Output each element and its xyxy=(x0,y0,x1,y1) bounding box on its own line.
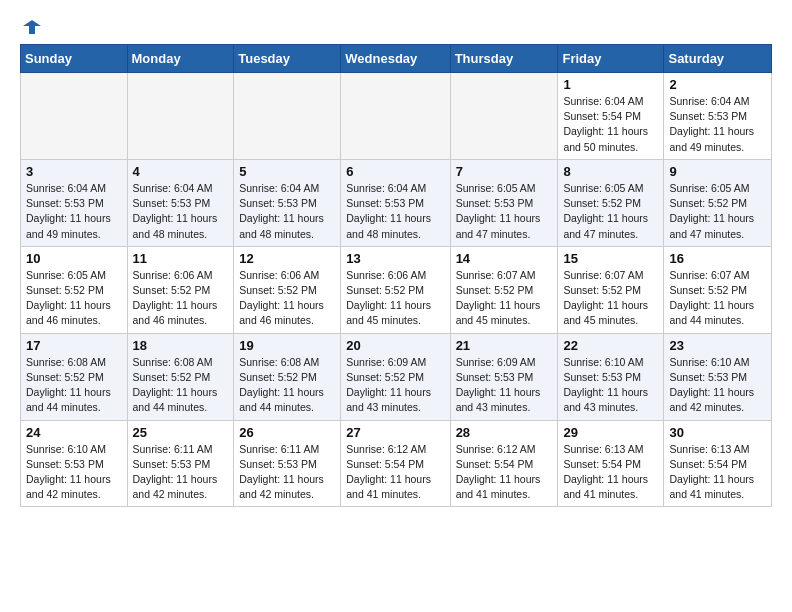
day-number: 4 xyxy=(133,164,229,179)
calendar-body: 1Sunrise: 6:04 AM Sunset: 5:54 PM Daylig… xyxy=(21,73,772,507)
calendar-table: SundayMondayTuesdayWednesdayThursdayFrid… xyxy=(20,44,772,507)
day-number: 15 xyxy=(563,251,658,266)
calendar-cell xyxy=(450,73,558,160)
day-info: Sunrise: 6:09 AM Sunset: 5:53 PM Dayligh… xyxy=(456,355,553,416)
day-info: Sunrise: 6:07 AM Sunset: 5:52 PM Dayligh… xyxy=(669,268,766,329)
calendar-cell: 16Sunrise: 6:07 AM Sunset: 5:52 PM Dayli… xyxy=(664,246,772,333)
day-number: 3 xyxy=(26,164,122,179)
calendar-cell: 12Sunrise: 6:06 AM Sunset: 5:52 PM Dayli… xyxy=(234,246,341,333)
day-info: Sunrise: 6:09 AM Sunset: 5:52 PM Dayligh… xyxy=(346,355,444,416)
calendar-week-row: 3Sunrise: 6:04 AM Sunset: 5:53 PM Daylig… xyxy=(21,159,772,246)
dow-header: Thursday xyxy=(450,45,558,73)
day-number: 18 xyxy=(133,338,229,353)
calendar-cell: 8Sunrise: 6:05 AM Sunset: 5:52 PM Daylig… xyxy=(558,159,664,246)
calendar-cell: 20Sunrise: 6:09 AM Sunset: 5:52 PM Dayli… xyxy=(341,333,450,420)
day-number: 22 xyxy=(563,338,658,353)
day-number: 26 xyxy=(239,425,335,440)
day-info: Sunrise: 6:11 AM Sunset: 5:53 PM Dayligh… xyxy=(133,442,229,503)
day-number: 27 xyxy=(346,425,444,440)
calendar-week-row: 17Sunrise: 6:08 AM Sunset: 5:52 PM Dayli… xyxy=(21,333,772,420)
day-info: Sunrise: 6:04 AM Sunset: 5:53 PM Dayligh… xyxy=(133,181,229,242)
day-info: Sunrise: 6:06 AM Sunset: 5:52 PM Dayligh… xyxy=(133,268,229,329)
day-number: 24 xyxy=(26,425,122,440)
day-number: 7 xyxy=(456,164,553,179)
day-number: 2 xyxy=(669,77,766,92)
day-info: Sunrise: 6:05 AM Sunset: 5:52 PM Dayligh… xyxy=(26,268,122,329)
calendar-cell xyxy=(234,73,341,160)
day-info: Sunrise: 6:05 AM Sunset: 5:53 PM Dayligh… xyxy=(456,181,553,242)
day-number: 5 xyxy=(239,164,335,179)
calendar-cell: 25Sunrise: 6:11 AM Sunset: 5:53 PM Dayli… xyxy=(127,420,234,507)
page-header xyxy=(20,16,772,34)
calendar-cell: 18Sunrise: 6:08 AM Sunset: 5:52 PM Dayli… xyxy=(127,333,234,420)
dow-header: Sunday xyxy=(21,45,128,73)
calendar-cell: 19Sunrise: 6:08 AM Sunset: 5:52 PM Dayli… xyxy=(234,333,341,420)
days-of-week-row: SundayMondayTuesdayWednesdayThursdayFrid… xyxy=(21,45,772,73)
calendar-cell: 13Sunrise: 6:06 AM Sunset: 5:52 PM Dayli… xyxy=(341,246,450,333)
dow-header: Friday xyxy=(558,45,664,73)
day-info: Sunrise: 6:07 AM Sunset: 5:52 PM Dayligh… xyxy=(563,268,658,329)
day-number: 23 xyxy=(669,338,766,353)
day-number: 16 xyxy=(669,251,766,266)
day-number: 25 xyxy=(133,425,229,440)
calendar-cell xyxy=(341,73,450,160)
day-info: Sunrise: 6:13 AM Sunset: 5:54 PM Dayligh… xyxy=(563,442,658,503)
svg-marker-0 xyxy=(23,20,41,34)
dow-header: Wednesday xyxy=(341,45,450,73)
calendar-cell: 11Sunrise: 6:06 AM Sunset: 5:52 PM Dayli… xyxy=(127,246,234,333)
day-info: Sunrise: 6:12 AM Sunset: 5:54 PM Dayligh… xyxy=(346,442,444,503)
day-number: 20 xyxy=(346,338,444,353)
day-info: Sunrise: 6:11 AM Sunset: 5:53 PM Dayligh… xyxy=(239,442,335,503)
day-number: 21 xyxy=(456,338,553,353)
dow-header: Monday xyxy=(127,45,234,73)
day-number: 6 xyxy=(346,164,444,179)
day-number: 30 xyxy=(669,425,766,440)
day-info: Sunrise: 6:04 AM Sunset: 5:53 PM Dayligh… xyxy=(239,181,335,242)
day-info: Sunrise: 6:05 AM Sunset: 5:52 PM Dayligh… xyxy=(669,181,766,242)
day-number: 29 xyxy=(563,425,658,440)
calendar-cell: 15Sunrise: 6:07 AM Sunset: 5:52 PM Dayli… xyxy=(558,246,664,333)
day-info: Sunrise: 6:06 AM Sunset: 5:52 PM Dayligh… xyxy=(346,268,444,329)
day-info: Sunrise: 6:10 AM Sunset: 5:53 PM Dayligh… xyxy=(669,355,766,416)
calendar-cell: 24Sunrise: 6:10 AM Sunset: 5:53 PM Dayli… xyxy=(21,420,128,507)
dow-header: Saturday xyxy=(664,45,772,73)
day-number: 10 xyxy=(26,251,122,266)
calendar-cell: 10Sunrise: 6:05 AM Sunset: 5:52 PM Dayli… xyxy=(21,246,128,333)
calendar-cell: 23Sunrise: 6:10 AM Sunset: 5:53 PM Dayli… xyxy=(664,333,772,420)
day-number: 14 xyxy=(456,251,553,266)
calendar-week-row: 10Sunrise: 6:05 AM Sunset: 5:52 PM Dayli… xyxy=(21,246,772,333)
day-number: 8 xyxy=(563,164,658,179)
calendar-cell: 29Sunrise: 6:13 AM Sunset: 5:54 PM Dayli… xyxy=(558,420,664,507)
calendar-cell: 6Sunrise: 6:04 AM Sunset: 5:53 PM Daylig… xyxy=(341,159,450,246)
day-info: Sunrise: 6:10 AM Sunset: 5:53 PM Dayligh… xyxy=(26,442,122,503)
day-info: Sunrise: 6:08 AM Sunset: 5:52 PM Dayligh… xyxy=(133,355,229,416)
calendar-cell: 7Sunrise: 6:05 AM Sunset: 5:53 PM Daylig… xyxy=(450,159,558,246)
calendar-cell: 17Sunrise: 6:08 AM Sunset: 5:52 PM Dayli… xyxy=(21,333,128,420)
calendar-cell: 30Sunrise: 6:13 AM Sunset: 5:54 PM Dayli… xyxy=(664,420,772,507)
day-number: 28 xyxy=(456,425,553,440)
day-info: Sunrise: 6:04 AM Sunset: 5:53 PM Dayligh… xyxy=(26,181,122,242)
day-number: 1 xyxy=(563,77,658,92)
calendar-cell: 3Sunrise: 6:04 AM Sunset: 5:53 PM Daylig… xyxy=(21,159,128,246)
calendar-cell: 28Sunrise: 6:12 AM Sunset: 5:54 PM Dayli… xyxy=(450,420,558,507)
calendar-cell: 1Sunrise: 6:04 AM Sunset: 5:54 PM Daylig… xyxy=(558,73,664,160)
day-number: 13 xyxy=(346,251,444,266)
calendar-week-row: 24Sunrise: 6:10 AM Sunset: 5:53 PM Dayli… xyxy=(21,420,772,507)
calendar-cell: 2Sunrise: 6:04 AM Sunset: 5:53 PM Daylig… xyxy=(664,73,772,160)
day-number: 12 xyxy=(239,251,335,266)
calendar-cell: 5Sunrise: 6:04 AM Sunset: 5:53 PM Daylig… xyxy=(234,159,341,246)
day-number: 11 xyxy=(133,251,229,266)
day-number: 9 xyxy=(669,164,766,179)
day-info: Sunrise: 6:10 AM Sunset: 5:53 PM Dayligh… xyxy=(563,355,658,416)
day-info: Sunrise: 6:04 AM Sunset: 5:53 PM Dayligh… xyxy=(346,181,444,242)
day-info: Sunrise: 6:08 AM Sunset: 5:52 PM Dayligh… xyxy=(239,355,335,416)
day-info: Sunrise: 6:06 AM Sunset: 5:52 PM Dayligh… xyxy=(239,268,335,329)
calendar-week-row: 1Sunrise: 6:04 AM Sunset: 5:54 PM Daylig… xyxy=(21,73,772,160)
logo-bird-icon xyxy=(21,16,43,38)
calendar-cell: 14Sunrise: 6:07 AM Sunset: 5:52 PM Dayli… xyxy=(450,246,558,333)
calendar-cell: 9Sunrise: 6:05 AM Sunset: 5:52 PM Daylig… xyxy=(664,159,772,246)
calendar-cell xyxy=(127,73,234,160)
calendar-cell: 4Sunrise: 6:04 AM Sunset: 5:53 PM Daylig… xyxy=(127,159,234,246)
day-info: Sunrise: 6:13 AM Sunset: 5:54 PM Dayligh… xyxy=(669,442,766,503)
calendar-cell: 21Sunrise: 6:09 AM Sunset: 5:53 PM Dayli… xyxy=(450,333,558,420)
